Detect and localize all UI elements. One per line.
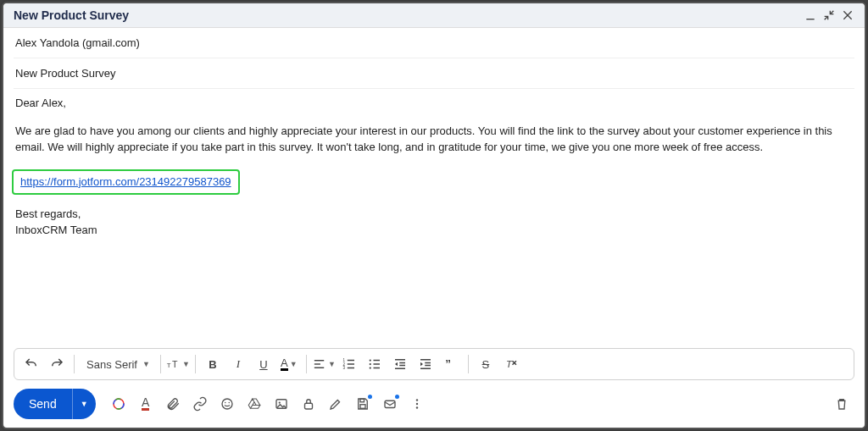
confidential-mode-button[interactable] [296,391,321,417]
message-body[interactable]: Dear Alex, We are glad to have you among… [14,89,854,239]
to-field[interactable]: Alex Yandola (gmail.com) [14,28,854,58]
restore-icon [822,8,836,23]
undo-icon [24,356,39,372]
font-size-icon: TT [166,356,181,372]
quote-icon: ” [443,356,459,372]
indent-less-icon [392,356,408,372]
paperclip-icon [165,396,181,412]
notification-dot [368,395,372,399]
drive-icon [247,396,262,412]
formatting-toggle-button[interactable] [106,391,131,417]
compose-action-bar: Send ▼ A [3,385,865,428]
more-vertical-icon [409,396,425,412]
font-family-label: Sans Serif [86,358,137,371]
svg-rect-41 [360,399,364,402]
discard-draft-button[interactable] [829,391,854,417]
redo-icon [49,356,64,372]
pen-icon [328,396,343,412]
chevron-down-icon: ▼ [81,400,88,408]
trash-icon [834,396,849,412]
restore-button[interactable] [822,8,836,22]
svg-point-16 [370,367,371,368]
more-options-button[interactable] [404,391,430,417]
close-button[interactable] [841,8,854,22]
indent-more-button[interactable] [414,352,437,376]
survey-link-highlight: https://form.jotform.com/231492279587369 [12,169,240,196]
signature-line2: InboxCRM Team [15,223,853,239]
quote-button[interactable]: ” [439,352,463,376]
insert-drive-button[interactable] [242,391,267,417]
close-icon [841,8,854,23]
save-icon [355,396,370,412]
body-paragraph: We are glad to have you among our client… [15,124,853,156]
subject-field[interactable]: New Product Survey [14,58,854,89]
save-template-button[interactable] [350,391,376,417]
insert-link-button[interactable] [187,391,213,417]
text-color-icon: A [281,358,288,371]
svg-point-45 [416,403,418,405]
align-icon [312,356,326,372]
signature-line1: Best regards, [15,207,853,223]
svg-text:3: 3 [342,366,345,370]
mailtrack-icon [382,396,398,412]
font-size-button[interactable]: TT ▼ [166,352,190,376]
svg-point-35 [222,399,232,409]
svg-point-46 [416,406,418,408]
indent-more-icon [418,356,433,372]
link-icon [192,396,208,412]
text-color-circle-icon [111,396,126,412]
chevron-down-icon: ▼ [290,360,298,368]
bullet-list-button[interactable] [363,352,387,376]
remove-formatting-icon: T [504,356,519,372]
undo-button[interactable] [19,352,43,376]
font-family-selector[interactable]: Sans Serif ▼ [80,352,155,376]
send-options-button[interactable]: ▼ [72,389,96,419]
lock-icon [301,396,316,412]
survey-link[interactable]: https://form.jotform.com/231492279587369 [20,175,231,188]
svg-text:T: T [167,362,171,369]
svg-point-37 [228,402,230,404]
toolbar-divider [74,355,75,373]
send-button[interactable]: Send [14,389,72,419]
minimize-icon [804,8,817,23]
chevron-down-icon: ▼ [142,360,150,368]
svg-point-36 [225,402,226,404]
emoji-icon [220,396,235,412]
svg-rect-42 [360,405,365,409]
formatting-toolbar: Sans Serif ▼ TT ▼ B I U A ▼ ▼ 123 [14,348,854,380]
compose-content: Alex Yandola (gmail.com) New Product Sur… [3,28,865,348]
insert-photo-button[interactable] [269,391,294,417]
compose-window: New Product Survey Alex Yandola (gmail.c… [2,2,866,429]
svg-point-15 [370,363,371,365]
chevron-down-icon: ▼ [182,360,190,368]
numbered-list-icon: 123 [342,356,357,372]
numbered-list-button[interactable]: 123 [337,352,361,376]
insert-emoji-button[interactable] [214,391,240,417]
mailtrack-button[interactable] [377,391,403,417]
svg-text:T: T [172,359,178,369]
compose-titlebar: New Product Survey [3,3,865,28]
compose-action-icons: A [106,391,430,417]
send-split-button: Send ▼ [14,389,96,419]
remove-formatting-button[interactable]: T [499,352,523,376]
notification-dot [395,395,399,399]
minimize-button[interactable] [804,8,817,22]
image-icon [274,396,289,412]
strikethrough-button[interactable]: S [474,352,498,376]
indent-less-button[interactable] [388,352,412,376]
attach-file-button[interactable] [160,391,186,417]
underline-button[interactable]: U [252,352,275,376]
align-button[interactable]: ▼ [312,352,336,376]
bold-button[interactable]: B [201,352,225,376]
insert-signature-button[interactable] [323,391,348,417]
text-color-button[interactable]: A ▼ [277,352,301,376]
chevron-down-icon: ▼ [328,360,336,368]
italic-button[interactable]: I [226,352,250,376]
svg-point-44 [416,399,418,401]
font-color-a-button[interactable]: A [133,391,159,417]
svg-point-14 [370,359,371,361]
compose-title: New Product Survey [14,8,798,22]
svg-rect-40 [304,403,312,409]
bullet-list-icon [367,356,382,372]
redo-button[interactable] [45,352,69,376]
